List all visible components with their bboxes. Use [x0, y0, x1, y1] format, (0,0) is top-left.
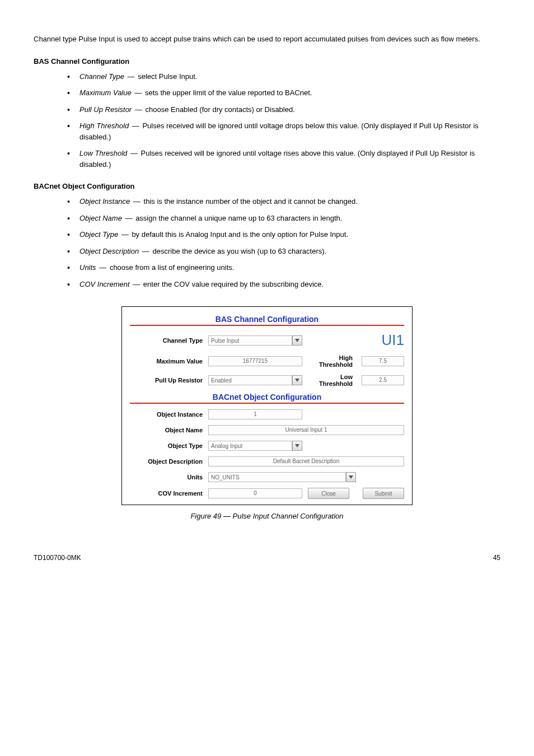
term-text: by default this is Analog Input and is t… [132, 230, 348, 239]
channel-id: UI1 [362, 332, 404, 349]
list-item: Object Instance — this is the instance n… [67, 196, 500, 207]
list-item: Object Name — assign the channel a uniqu… [67, 213, 500, 224]
list-item: Channel Type — select Pulse Input. [67, 71, 500, 82]
chevron-down-icon[interactable] [292, 335, 302, 346]
term-text: sets the upper limit of the value report… [145, 88, 312, 97]
close-button[interactable]: Close [308, 488, 349, 499]
term-text: choose from a list of engineering units. [110, 263, 235, 272]
pull-up-label: Pull Up Resistor [130, 377, 203, 384]
bas-bullets: Channel Type — select Pulse Input. Maxim… [34, 71, 500, 170]
svg-marker-1 [295, 379, 299, 382]
list-item: Object Type — by default this is Analog … [67, 229, 500, 240]
term: Object Instance [79, 197, 130, 206]
chevron-down-icon[interactable] [292, 375, 302, 385]
bas-section-title: BAS Channel Configuration [34, 57, 500, 66]
page-footer: TD100700-0MK 45 [34, 554, 500, 562]
high-thresh-input[interactable]: 7.5 [362, 356, 404, 366]
dialog-header-bas: BAS Channel Configuration [130, 315, 404, 324]
list-item: Low Threshold — Pulses received will be … [67, 148, 500, 170]
channel-type-value: Pulse Input [208, 335, 292, 346]
units-value: NO_UNITS [208, 472, 346, 482]
svg-marker-3 [349, 475, 353, 479]
term-text: Pulses received will be ignored until vo… [79, 149, 475, 169]
term-text: enter the COV value required by the subs… [143, 280, 324, 288]
term: Pull Up Resistor [79, 105, 132, 114]
list-item: High Threshold — Pulses received will be… [67, 120, 500, 142]
obj-type-label: Object Type [130, 442, 203, 449]
obj-instance-label: Object Instance [130, 411, 203, 418]
term: Object Name [79, 214, 122, 222]
term-text: this is the instance number of the objec… [144, 197, 358, 206]
channel-type-label: Channel Type [130, 337, 203, 344]
units-select[interactable]: NO_UNITS [208, 472, 356, 482]
dialog-header-bacnet: BACnet Object Configuration [130, 393, 404, 402]
term: High Threshold [79, 122, 129, 130]
obj-desc-label: Object Description [130, 458, 203, 465]
divider [130, 325, 404, 326]
obj-name-label: Object Name [130, 427, 203, 433]
svg-marker-0 [295, 339, 299, 342]
list-item: Pull Up Resistor — choose Enabled (for d… [67, 104, 500, 115]
obj-type-select[interactable]: Analog Input [208, 441, 302, 451]
list-item: COV Increment — enter the COV value requ… [67, 279, 500, 290]
intro-paragraph: Channel type Pulse Input is used to acce… [34, 34, 500, 45]
term: COV Increment [79, 280, 130, 288]
obj-desc-input[interactable]: Default Bacnet Description [208, 456, 404, 466]
cov-label: COV Increment [130, 490, 203, 497]
config-dialog: BAS Channel Configuration Channel Type P… [121, 306, 413, 505]
term-text: assign the channel a unique name up to 6… [135, 214, 342, 222]
chevron-down-icon[interactable] [346, 472, 356, 482]
term-text: select Pulse Input. [138, 72, 197, 81]
chevron-down-icon[interactable] [292, 441, 302, 451]
list-item: Maximum Value — sets the upper limit of … [67, 87, 500, 99]
svg-marker-2 [295, 444, 299, 447]
term: Object Description [79, 247, 139, 255]
low-thresh-input[interactable]: 2.5 [362, 375, 404, 385]
pull-up-select[interactable]: Enabled [208, 375, 302, 385]
figure-caption: Figure 49 — Pulse Input Channel Configur… [34, 512, 500, 520]
max-value-input[interactable]: 16777215 [208, 356, 302, 366]
footer-right: 45 [493, 554, 500, 562]
bacnet-section-title: BACnet Object Configuration [34, 182, 500, 190]
obj-type-value: Analog Input [208, 441, 292, 451]
term-text: describe the device as you wish (up to 6… [152, 247, 326, 255]
cov-input[interactable]: 0 [208, 488, 302, 498]
footer-left: TD100700-0MK [34, 554, 81, 562]
units-label: Units [130, 474, 203, 480]
divider [130, 403, 404, 404]
pull-up-value: Enabled [208, 375, 292, 385]
max-value-label: Maximum Value [130, 358, 203, 365]
obj-name-input[interactable]: Universal Input 1 [208, 425, 404, 435]
list-item: Object Description — describe the device… [67, 246, 500, 257]
term: Units [79, 263, 96, 272]
caption-label: Figure 49 — [190, 512, 231, 520]
term: Low Threshold [79, 149, 127, 157]
term-text: choose Enabled (for dry contacts) or Dis… [145, 105, 294, 114]
channel-type-select[interactable]: Pulse Input [208, 335, 302, 346]
submit-button[interactable]: Submit [363, 488, 404, 499]
bacnet-bullets: Object Instance — this is the instance n… [34, 196, 500, 290]
list-item: Units — choose from a list of engineerin… [67, 262, 500, 273]
term: Object Type [79, 230, 118, 239]
low-thresh-label: Low Threshhold [308, 374, 356, 387]
obj-instance-input[interactable]: 1 [208, 409, 302, 419]
caption-text: Pulse Input Channel Configuration [233, 512, 344, 520]
high-thresh-label: High Threshhold [308, 354, 356, 368]
term: Channel Type [79, 72, 124, 81]
term: Maximum Value [79, 88, 132, 97]
